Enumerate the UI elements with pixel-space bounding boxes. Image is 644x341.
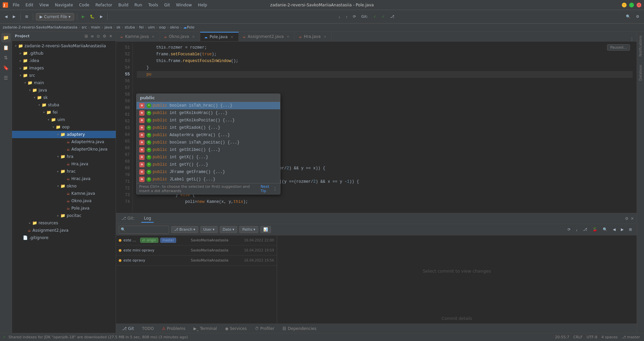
more-tabs-button[interactable]: ⋮ <box>627 37 637 41</box>
sidebar-structure-icon[interactable]: ☰ <box>1 73 11 82</box>
sidebar-bookmarks-icon[interactable]: 🔖 <box>1 63 11 72</box>
menu-file[interactable]: File <box>10 2 22 8</box>
git-tab[interactable]: ⎇ Git: <box>119 215 137 223</box>
list-item[interactable]: ☕ Okno.java <box>12 197 116 205</box>
refresh-log-button[interactable]: ⟳ <box>566 226 573 233</box>
search-git-button[interactable]: 🔍 <box>601 226 609 233</box>
panel-collapse-all-button[interactable]: ≡ <box>90 33 95 39</box>
autocomplete-item[interactable]: m + public boolean isTah_pocitac() {...} <box>137 139 280 146</box>
list-item[interactable]: 📁 oop <box>12 123 116 131</box>
branch-ops-button[interactable]: ⎇ <box>581 226 589 233</box>
bottom-tab-problems[interactable]: ⚠ Problems <box>159 325 189 332</box>
menu-run[interactable]: Run <box>132 2 145 8</box>
git-branch-button[interactable]: ⎇ <box>388 13 396 20</box>
list-item[interactable]: 📁 .github <box>12 50 116 57</box>
list-item[interactable]: 📁 resources <box>12 219 116 227</box>
list-item[interactable]: ☕ Pole.java <box>12 205 116 212</box>
autocomplete-item[interactable]: m + public AdapterHra getHra() {...} <box>137 131 280 139</box>
tab-close-button[interactable]: ✕ <box>230 35 234 39</box>
list-item[interactable]: 📁 stuba <box>12 101 116 109</box>
list-item[interactable]: ☕ AdapterOkno.java <box>12 146 116 153</box>
tab-hra[interactable]: ☕ Hra.java ✕ <box>295 32 332 41</box>
breadcrumb-okno[interactable]: okno <box>170 25 179 30</box>
menu-git[interactable]: Git <box>161 2 172 8</box>
git-history-button[interactable]: ⟳ <box>351 13 358 20</box>
list-item[interactable]: ☕ Hra.java <box>12 160 116 168</box>
git-update-button[interactable]: ↓ <box>336 13 342 20</box>
breadcrumb-fei[interactable]: fei <box>139 25 144 30</box>
breadcrumb-pole[interactable]: Pole <box>187 25 195 30</box>
list-item[interactable]: 📄 .gitignore <box>12 234 116 241</box>
autocomplete-item[interactable]: m + public int getRiadok() {...} <box>137 124 280 131</box>
user-filter-button[interactable]: User ▾ <box>200 226 218 233</box>
list-item[interactable]: 📁 main <box>12 79 116 87</box>
breadcrumb-uim[interactable]: uim <box>148 25 155 30</box>
debug-button[interactable]: 🐛 <box>88 13 97 20</box>
bottom-tab-profiler[interactable]: ⏱ Profiler <box>252 325 278 332</box>
next-tip-link[interactable]: Next Tip <box>261 184 273 193</box>
autocomplete-item[interactable]: m + public int getStlbec() {...} <box>137 146 280 154</box>
branch-filter-button[interactable]: ⎇ Branch ▾ <box>171 226 198 233</box>
tab-close-button[interactable]: ✕ <box>191 34 196 39</box>
tab-close-button[interactable]: ✕ <box>323 34 327 39</box>
menu-build[interactable]: Build <box>116 2 131 8</box>
forward-button[interactable]: ▶ <box>11 13 17 20</box>
menu-view[interactable]: View <box>37 2 51 8</box>
list-item[interactable]: ☕ AdapterHra.java <box>12 138 116 146</box>
list-item[interactable]: 📁 fei <box>12 109 116 116</box>
list-item[interactable]: ☕ Kamne.java <box>12 190 116 197</box>
list-item[interactable]: 📁 images <box>12 64 116 72</box>
breadcrumb-stuba[interactable]: stuba <box>124 25 135 30</box>
autocomplete-item[interactable]: m + public JLabel getL() {...} <box>137 176 280 183</box>
menu-window[interactable]: Window <box>173 2 195 8</box>
bottom-tab-todo[interactable]: TODO <box>139 325 157 332</box>
fetch-button[interactable]: ↓ <box>574 226 580 233</box>
expand-log-button[interactable]: ⊞ <box>627 226 634 233</box>
line-col-status[interactable]: 20:55:7 <box>554 335 571 339</box>
panel-settings-button[interactable]: ⚙ <box>102 33 107 39</box>
git-tick-button[interactable]: ✓ <box>380 13 387 20</box>
crlf-status[interactable]: CRLF <box>572 335 584 339</box>
git-push-button[interactable]: ↑ <box>344 13 350 20</box>
tab-close-button[interactable]: ✕ <box>151 34 156 39</box>
close-button[interactable]: ✕ <box>637 3 641 7</box>
panel-expand-all-button[interactable]: ⊞ <box>84 33 89 39</box>
git-checkmark-button[interactable]: ✓ <box>371 13 378 20</box>
autocomplete-item[interactable]: m + public int getX() {...} <box>137 154 280 161</box>
indent-status[interactable]: 4 spaces <box>600 335 619 339</box>
menu-tools[interactable]: Tools <box>146 2 161 8</box>
cherry-pick-button[interactable]: 🍒 <box>591 226 599 233</box>
list-item[interactable]: 📁 src <box>12 72 116 79</box>
panel-close-button[interactable]: ✕ <box>108 33 113 39</box>
git-commit-row[interactable]: este final opravy 🏷 origin master SavkoM… <box>116 235 277 245</box>
breadcrumb-sk[interactable]: sk <box>116 25 120 30</box>
maximize-button[interactable]: □ <box>629 3 634 7</box>
next-commit-button[interactable]: ▶ <box>619 226 626 233</box>
autocomplete-item[interactable]: m + public int getKolkoPocitac() {...} <box>137 117 280 124</box>
menu-code[interactable]: Code <box>76 2 92 8</box>
list-item[interactable]: 📁 okno <box>12 182 116 190</box>
tab-close-button[interactable]: ✕ <box>286 34 290 39</box>
coverage-button[interactable]: ▶ <box>98 13 105 20</box>
toggle-graph-button[interactable]: 📊 <box>260 226 271 233</box>
list-item[interactable]: 📁 hra <box>12 153 116 160</box>
panel-scroll-to-source-button[interactable]: ⊙ <box>96 33 101 39</box>
prev-commit-button[interactable]: ◀ <box>611 226 618 233</box>
breadcrumb-java[interactable]: java <box>105 25 112 30</box>
git-commit-row[interactable]: este opravy SavkoMariiaAnastasiia 16.04.… <box>116 255 277 266</box>
autocomplete-item[interactable]: m + public int getKolkoHrac() {...} <box>137 109 280 117</box>
back-button[interactable]: ◀ <box>3 13 9 20</box>
breadcrumb-oop[interactable]: oop <box>159 25 166 30</box>
tree-root[interactable]: 📁 zadanie-2-reversi-SavkoMariiaAnastasii… <box>12 42 116 50</box>
autocomplete-item[interactable]: m + public JFrame getFrame() {...} <box>137 168 280 176</box>
autocomplete-item[interactable]: m + public int getY() {...} <box>137 161 280 168</box>
list-item[interactable]: 📁 .idea <box>12 57 116 64</box>
list-item[interactable]: 📁 sk <box>12 94 116 101</box>
close-panel-icon[interactable]: ✕ <box>631 216 634 221</box>
sidebar-project-icon[interactable]: 📁 <box>1 33 11 42</box>
encoding-status[interactable]: UTF-8 <box>585 335 599 339</box>
breadcrumb-src[interactable]: src <box>82 25 87 30</box>
search-everywhere-button[interactable]: 🔍 <box>624 13 633 20</box>
tab-pole[interactable]: ☁ Pole.java ✕ <box>200 32 239 41</box>
log-tab[interactable]: Log <box>141 215 154 223</box>
